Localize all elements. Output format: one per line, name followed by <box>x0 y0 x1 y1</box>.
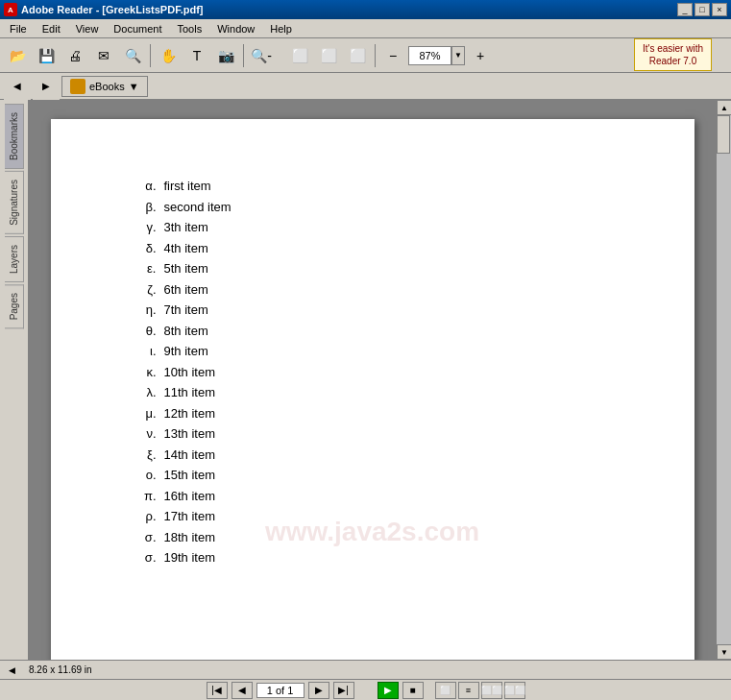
continuous-view[interactable]: ≡ <box>458 682 479 699</box>
list-marker: β. <box>128 198 157 217</box>
single-page-view[interactable]: ⬜ <box>435 682 456 699</box>
search-button[interactable]: 🔍 <box>119 42 146 69</box>
zoom-input[interactable] <box>408 46 451 65</box>
menu-tools[interactable]: Tools <box>170 21 210 36</box>
list-text: 16th item <box>164 487 215 506</box>
scroll-up-button[interactable]: ▲ <box>717 100 731 115</box>
menu-edit[interactable]: Edit <box>35 21 68 36</box>
zoom-out-button[interactable]: 🔍- <box>248 42 275 69</box>
zoom-plus-button[interactable]: + <box>467 42 494 69</box>
list-text: first item <box>164 177 211 196</box>
nav-bar: |◀ ◀ ▶ ▶| ▶ ■ ⬜ ≡ ⬜⬜ ⬜⬜ <box>0 679 731 700</box>
last-page-button[interactable]: ▶| <box>333 682 354 699</box>
list-text: 10th item <box>164 363 215 382</box>
open-button[interactable]: 📂 <box>4 42 31 69</box>
menu-view[interactable]: View <box>68 21 107 36</box>
list-text: 6th item <box>164 280 208 300</box>
minimize-button[interactable]: _ <box>677 3 693 16</box>
list-marker: ζ. <box>128 280 157 300</box>
list-item: η. 7th item <box>128 301 618 320</box>
list-item: σ. 18th item <box>128 528 618 547</box>
email-button[interactable]: ✉ <box>90 42 117 69</box>
list-item: ι. 9th item <box>128 342 618 361</box>
pdf-page: www.java2s.com α. first item β. second i… <box>51 119 694 660</box>
ebooks-label: eBooks <box>89 81 125 92</box>
doc-area: www.java2s.com α. first item β. second i… <box>29 100 716 660</box>
text-tool[interactable]: T <box>183 42 210 69</box>
fit-page-button[interactable]: ⬜ <box>286 42 313 69</box>
ebooks-dropdown-icon: ▼ <box>129 81 139 92</box>
list-item: ν. 13th item <box>128 424 618 444</box>
menu-document[interactable]: Document <box>106 21 169 36</box>
list-text: 5th item <box>164 259 208 278</box>
list-text: 7th item <box>164 301 208 320</box>
main-area: Bookmarks Signatures Layers Pages www.ja… <box>0 100 731 660</box>
list-marker: μ. <box>128 404 157 423</box>
maximize-button[interactable]: □ <box>694 3 710 16</box>
title-text: Adobe Reader - [GreekListsPDF.pdf] <box>21 4 203 15</box>
scroll-track <box>717 115 731 644</box>
save-button[interactable]: 💾 <box>33 42 60 69</box>
list-item: ο. 15th item <box>128 466 618 485</box>
forward-button[interactable]: ▶ <box>33 73 60 100</box>
list-marker: σ. <box>128 548 157 567</box>
sidebar-tab-layers[interactable]: Layers <box>5 236 24 282</box>
first-page-button[interactable]: |◀ <box>207 682 228 699</box>
menu-file[interactable]: File <box>2 21 35 36</box>
list-text: 11th item <box>164 383 215 402</box>
prev-page-status[interactable]: ◀ <box>4 663 19 678</box>
list-text: 12th item <box>164 404 215 423</box>
sidebar-tab-bookmarks[interactable]: Bookmarks <box>5 104 24 169</box>
next-page-button[interactable]: ▶ <box>308 682 329 699</box>
page-input[interactable] <box>256 683 305 698</box>
menu-bar: File Edit View Document Tools Window Hel… <box>0 19 731 38</box>
list-text: 17th item <box>164 507 215 526</box>
ebooks-button[interactable]: eBooks ▼ <box>61 76 148 97</box>
zoom-dropdown[interactable]: ▼ <box>451 46 465 65</box>
stop-button[interactable]: ■ <box>402 682 424 699</box>
scroll-down-button[interactable]: ▼ <box>717 644 731 660</box>
list-item: θ. 8th item <box>128 322 618 341</box>
print-button[interactable]: 🖨 <box>61 42 88 69</box>
list-item: β. second item <box>128 198 618 217</box>
list-item: ξ. 14th item <box>128 446 618 465</box>
left-panel: Bookmarks Signatures Layers Pages <box>0 100 29 660</box>
doc-scroll[interactable]: www.java2s.com α. first item β. second i… <box>29 100 716 660</box>
spread-view[interactable]: ⬜⬜ <box>504 682 525 699</box>
scroll-thumb[interactable] <box>717 115 730 154</box>
list-text: 13th item <box>164 424 215 444</box>
close-button[interactable]: × <box>712 3 727 16</box>
menu-help[interactable]: Help <box>262 21 300 36</box>
title-bar: A Adobe Reader - [GreekListsPDF.pdf] _ □… <box>0 0 731 19</box>
prev-page-button[interactable]: ◀ <box>231 682 253 699</box>
menu-window[interactable]: Window <box>209 21 262 36</box>
list-text: 8th item <box>164 322 208 341</box>
sidebar-tab-pages[interactable]: Pages <box>5 284 24 328</box>
list-marker: π. <box>128 487 157 506</box>
zoom-minus-button[interactable]: − <box>379 42 406 69</box>
list-marker: λ. <box>128 383 157 402</box>
list-content: α. first item β. second item γ. 3th item… <box>128 177 618 567</box>
promo-banner[interactable]: It's easier with Reader 7.0 <box>634 38 712 71</box>
list-marker: γ. <box>128 218 157 237</box>
snapshot-tool[interactable]: 📷 <box>212 42 239 69</box>
list-marker: ι. <box>128 342 157 361</box>
zoom-box: ▼ <box>408 46 465 65</box>
title-controls: _ □ × <box>677 3 727 16</box>
sidebar-tab-signatures[interactable]: Signatures <box>5 171 24 234</box>
separator-1 <box>150 44 151 67</box>
fit-width-button[interactable]: ⬜ <box>315 42 342 69</box>
right-scrollbar: ▲ ▼ <box>716 100 731 660</box>
back-button[interactable]: ◀ <box>4 73 31 100</box>
list-item: κ. 10th item <box>128 363 618 382</box>
list-marker: ε. <box>128 259 157 278</box>
hand-tool[interactable]: ✋ <box>155 42 182 69</box>
list-marker: ξ. <box>128 446 157 465</box>
view-buttons: ⬜ ≡ ⬜⬜ ⬜⬜ <box>435 682 525 699</box>
two-page-view[interactable]: ⬜⬜ <box>481 682 502 699</box>
play-button[interactable]: ▶ <box>378 682 399 699</box>
status-bar: ◀ 8.26 x 11.69 in <box>0 660 731 679</box>
ebooks-icon <box>70 79 85 94</box>
list-text: 3th item <box>164 218 208 237</box>
actual-size-button[interactable]: ⬜ <box>344 42 371 69</box>
